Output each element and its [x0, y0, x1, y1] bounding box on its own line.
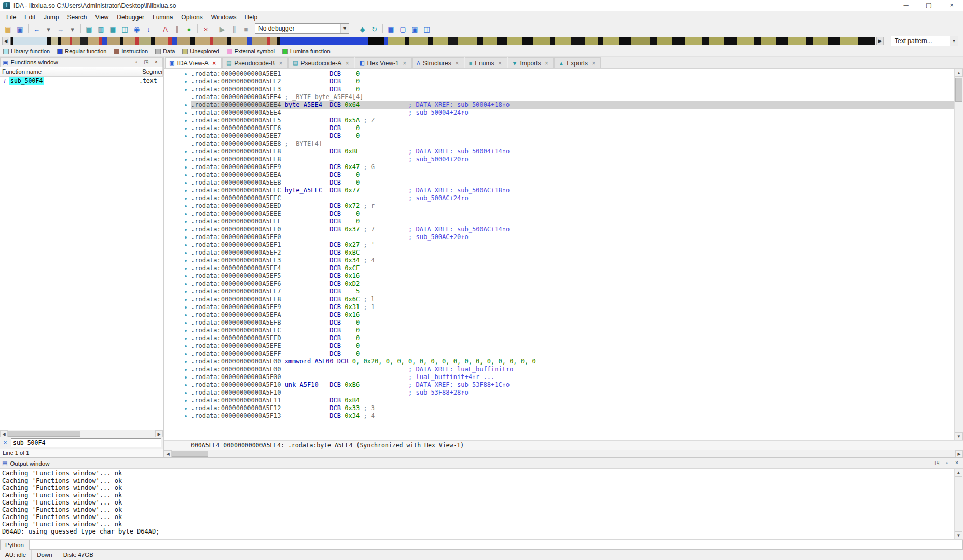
search-pattern-select[interactable]: Text pattern... ▾ [891, 36, 958, 46]
asm-line[interactable]: .rodata:00000000000A5EE3 DCB 0 [191, 86, 954, 93]
asm-line[interactable]: .rodata:00000000000A5EE7 DCB 0 [191, 132, 954, 140]
scroll-down-icon[interactable]: ▼ [955, 531, 962, 539]
functions-list-icon[interactable]: ▥ [95, 23, 106, 34]
scrollbar-thumb[interactable] [172, 451, 208, 457]
asm-line[interactable]: .rodata:00000000000A5EED DCB 0x72 ; r [191, 202, 954, 210]
float-icon[interactable]: ◳ [933, 459, 941, 467]
forward-history-icon[interactable]: ▾ [67, 23, 78, 34]
python-input[interactable] [29, 540, 963, 550]
restore-icon[interactable]: ▫ [132, 59, 141, 66]
chevron-down-icon[interactable]: ▾ [340, 24, 349, 33]
tab-close-icon[interactable]: × [402, 60, 408, 67]
scroll-right-icon[interactable]: ▶ [155, 430, 163, 437]
disassembly-listing[interactable]: .rodata:00000000000A5EE1 DCB 0.rodata:00… [164, 69, 954, 440]
asm-line[interactable]: .rodata:00000000000A5EE1 DCB 0 [191, 70, 954, 78]
asm-line[interactable]: .rodata:00000000000A5EFE DCB 0 [191, 342, 954, 350]
back-icon[interactable]: ← [31, 23, 42, 34]
asm-line[interactable]: .rodata:00000000000A5F10 ; sub_53F88+28↑… [191, 389, 954, 397]
asm-line[interactable]: .rodata:00000000000A5EEE DCB 0 [191, 210, 954, 218]
column-function-name[interactable]: Function name [0, 67, 140, 76]
asm-line[interactable]: .rodata:00000000000A5EFF DCB 0 [191, 350, 954, 358]
asm-line[interactable]: .rodata:00000000000A5F12 DCB 0x33 ; 3 [191, 404, 954, 412]
menu-item-view[interactable]: View [91, 12, 113, 22]
desktop-layout-icon[interactable]: ◫ [421, 23, 432, 34]
menu-item-options[interactable]: Options [177, 12, 207, 22]
close-icon[interactable]: × [152, 59, 160, 66]
asm-line[interactable]: .rodata:00000000000A5F11 DCB 0xB4 [191, 397, 954, 404]
asm-line[interactable]: .rodata:00000000000A5EE9 DCB 0x47 ; G [191, 163, 954, 171]
search-next-icon[interactable]: ↓ [143, 23, 154, 34]
scroll-up-icon[interactable]: ▲ [955, 469, 962, 477]
stop-process-icon[interactable]: ■ [241, 23, 252, 34]
tab-hex-view-1[interactable]: ◧Hex View-1× [355, 57, 412, 68]
asm-line[interactable]: .rodata:00000000000A5EE4 ; _BYTE byte_A5… [191, 93, 954, 101]
output-window-titlebar[interactable]: ▤ Output window ◳ ▫ × [0, 458, 963, 469]
tab-close-icon[interactable]: × [590, 60, 597, 67]
asm-line[interactable]: .rodata:00000000000A5F13 DCB 0x34 ; 4 [191, 412, 954, 420]
navband-right-arrow-icon[interactable]: ▶ [876, 37, 884, 45]
menu-item-help[interactable]: Help [240, 12, 262, 22]
debugger-options-icon[interactable]: ◆ [357, 23, 368, 34]
menu-item-search[interactable]: Search [63, 12, 91, 22]
functions-window-titlebar[interactable]: ▣ Functions window ▫ ◳ × [0, 57, 163, 67]
asm-line[interactable]: .rodata:00000000000A5EEC byte_A5EEC DCB … [191, 187, 954, 194]
scrollbar-track[interactable] [955, 477, 963, 531]
functions-filter-input[interactable] [11, 438, 161, 447]
navigation-band[interactable] [10, 37, 875, 45]
float-icon[interactable]: ◳ [142, 59, 150, 66]
asm-line[interactable]: .rodata:00000000000A5EF9 DCB 0x31 ; 1 [191, 303, 954, 311]
start-process-icon[interactable]: ▶ [217, 23, 228, 34]
close-icon[interactable]: × [940, 0, 963, 11]
asm-line[interactable]: .rodata:00000000000A5EF7 DCB 5 [191, 288, 954, 296]
debugger-select[interactable]: No debugger▾ [255, 23, 349, 34]
menu-item-lumina[interactable]: Lumina [148, 12, 177, 22]
scroll-right-icon[interactable]: ▶ [955, 450, 963, 457]
asm-line[interactable]: .rodata:00000000000A5EF6 DCB 0xD2 [191, 280, 954, 288]
asm-line[interactable]: .rodata:00000000000A5EF0 DCB 0x37 ; 7 ; … [191, 226, 954, 233]
menu-item-edit[interactable]: Edit [20, 12, 39, 22]
navband-left-arrow-icon[interactable]: ◀ [2, 37, 9, 45]
asm-line[interactable]: .rodata:00000000000A5EE2 DCB 0 [191, 78, 954, 86]
tab-structures[interactable]: AStructures× [412, 57, 464, 68]
tab-pseudocode-a[interactable]: ▤Pseudocode-A× [288, 57, 354, 68]
search-text-icon[interactable]: ◉ [131, 23, 142, 34]
asm-line[interactable]: .rodata:00000000000A5EF5 DCB 0x16 [191, 272, 954, 280]
tab-enums[interactable]: ≡Enums× [465, 57, 507, 68]
asm-line[interactable]: .rodata:00000000000A5EFB DCB 0 [191, 319, 954, 327]
maximize-icon[interactable]: ▢ [917, 0, 940, 11]
scrollbar-thumb[interactable] [8, 431, 80, 437]
strings-window-icon[interactable]: ▦ [107, 23, 118, 34]
ascii-search-icon[interactable]: A [160, 23, 171, 34]
scrollbar-track[interactable] [208, 450, 955, 457]
menu-item-debugger[interactable]: Debugger [113, 12, 148, 22]
asm-line[interactable]: .rodata:00000000000A5EEA DCB 0 [191, 171, 954, 179]
filter-icon[interactable]: × [2, 439, 9, 446]
python-label[interactable]: Python [0, 540, 29, 550]
attach-process-icon[interactable]: ↻ [369, 23, 380, 34]
asm-line[interactable]: .rodata:00000000000A5EE6 DCB 0 [191, 124, 954, 132]
asm-line[interactable]: .rodata:00000000000A5EF3 DCB 0x34 ; 4 [191, 257, 954, 264]
asm-line[interactable]: .rodata:00000000000A5EF0 ; sub_500AC+20↑… [191, 233, 954, 241]
tab-close-icon[interactable]: × [211, 60, 217, 67]
asm-line[interactable]: .rodata:00000000000A5EF4 DCB 0xCF [191, 264, 954, 272]
asm-line[interactable]: .rodata:00000000000A5EFD DCB 0 [191, 334, 954, 342]
disassembly-vscrollbar[interactable]: ▲ ▼ [954, 69, 963, 440]
menu-item-jump[interactable]: Jump [39, 12, 63, 22]
scroll-left-icon[interactable]: ◀ [164, 450, 172, 457]
asm-line[interactable]: .rodata:00000000000A5EE4 byte_A5EE4 DCB … [191, 101, 954, 109]
cancel-icon[interactable]: × [200, 23, 211, 34]
add-view-icon[interactable]: ▢ [397, 23, 408, 34]
asm-line[interactable]: .rodata:00000000000A5EE8 ; _BYTE[4] [191, 140, 954, 148]
tab-pseudocode-b[interactable]: ▤Pseudocode-B× [222, 57, 288, 68]
column-segment[interactable]: Segment [140, 67, 163, 76]
tab-close-icon[interactable]: × [454, 60, 460, 67]
asm-line[interactable]: .rodata:00000000000A5EFC DCB 0 [191, 327, 954, 334]
functions-hscrollbar[interactable]: ◀ ▶ [0, 430, 163, 437]
forward-icon[interactable]: → [55, 23, 66, 34]
minimize-icon[interactable]: ─ [895, 0, 917, 11]
close-icon[interactable]: × [953, 459, 961, 467]
suspend-icon[interactable]: ∥ [172, 23, 183, 34]
tab-ida-view-a[interactable]: ▣IDA View-A× [165, 57, 222, 68]
scroll-left-icon[interactable]: ◀ [0, 430, 8, 437]
pause-process-icon[interactable]: ∥ [229, 23, 240, 34]
